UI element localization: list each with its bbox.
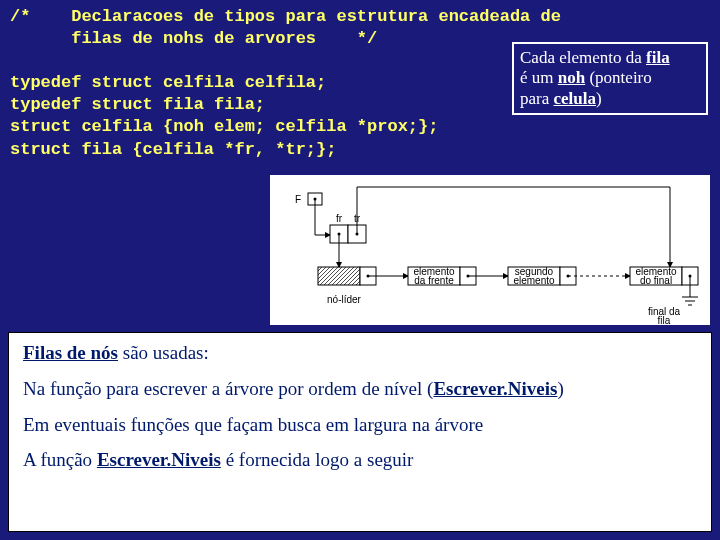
code-l1: /* Declaracoes de tipos para estrutura e… <box>10 7 561 26</box>
diag-elem-final-2: do final <box>640 275 672 286</box>
callout-t3a: para <box>520 89 554 108</box>
code-l5: typedef struct fila fila; <box>10 95 265 114</box>
callout-fila: fila <box>646 48 670 67</box>
callout-celula: celula <box>554 89 597 108</box>
diag-F-label: F <box>295 194 301 205</box>
note-2a: Na função para escrever a árvore por ord… <box>23 378 433 399</box>
linked-list-diagram: F fr tr nó-líder elemento da frente segu… <box>270 175 710 325</box>
notes-box: Filas de nós são usadas: Na função para … <box>8 332 712 532</box>
note-2b: Escrever.Niveis <box>433 378 557 399</box>
callout-box: Cada elemento da fila é um noh (ponteiro… <box>512 42 708 115</box>
note-4: A função Escrever.Niveis é fornecida log… <box>23 448 697 472</box>
code-l6: struct celfila {noh elem; celfila *prox;… <box>10 117 438 136</box>
note-4c: é fornecida logo a seguir <box>221 449 414 470</box>
callout-t3c: ) <box>596 89 602 108</box>
diag-segundo-2: elemento <box>513 275 555 286</box>
note-3-text: Em eventuais funções que façam busca em … <box>23 414 483 435</box>
note-2: Na função para escrever a árvore por ord… <box>23 377 697 401</box>
callout-t2c: (ponteiro <box>585 68 652 87</box>
note-1-filas: Filas de nós <box>23 342 118 363</box>
note-4a: A função <box>23 449 97 470</box>
note-4b: Escrever.Niveis <box>97 449 221 470</box>
note-3: Em eventuais funções que façam busca em … <box>23 413 697 437</box>
svg-rect-6 <box>318 267 360 285</box>
code-l7: struct fila {celfila *fr, *tr;}; <box>10 140 336 159</box>
note-1: Filas de nós são usadas: <box>23 341 697 365</box>
callout-t2a: é um <box>520 68 558 87</box>
callout-noh: noh <box>558 68 585 87</box>
code-l4: typedef struct celfila celfila; <box>10 73 326 92</box>
note-1-rest: são usadas: <box>118 342 209 363</box>
diag-no-lider: nó-líder <box>327 294 362 305</box>
diag-final-fila-2: fila <box>658 315 671 325</box>
code-l2: filas de nohs de arvores */ <box>10 29 377 48</box>
diag-elem-frente-2: da frente <box>414 275 454 286</box>
diag-fr-label: fr <box>336 213 343 224</box>
callout-t1: Cada elemento da <box>520 48 646 67</box>
note-2c: ) <box>557 378 563 399</box>
